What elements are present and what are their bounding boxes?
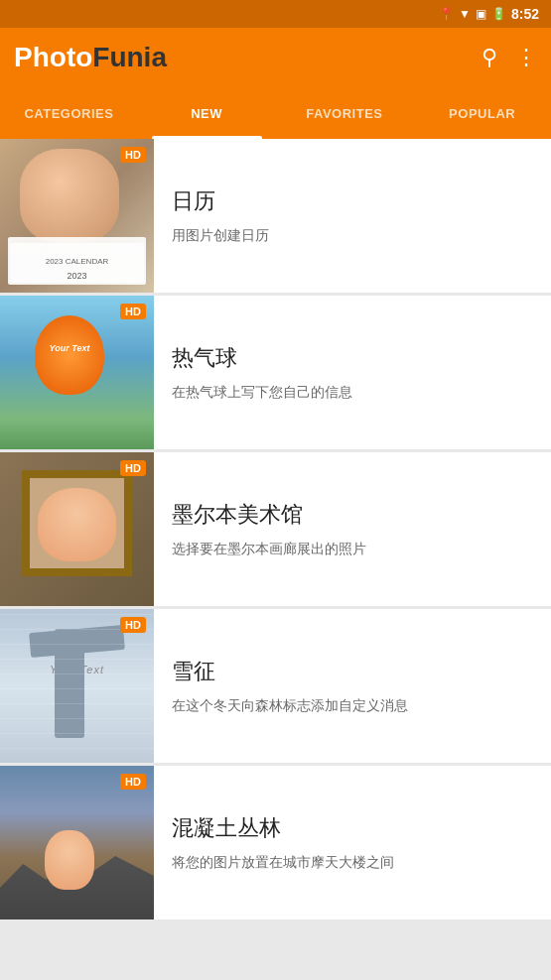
app-logo: PhotoFunia [14, 42, 167, 73]
logo-funia: Funia [92, 42, 167, 72]
content-list: 2023 CALENDAR HD 日历 用图片创建日历 HD 热气球 在热气球上… [0, 139, 551, 980]
tab-popular[interactable]: POPULAR [413, 87, 551, 139]
item-title: 热气球 [172, 343, 533, 373]
signal-icon: ▣ [476, 7, 486, 21]
item-info: 日历 用图片创建日历 [154, 139, 551, 293]
tab-categories[interactable]: CATEGORIES [0, 87, 138, 139]
item-info: 墨尔本美术馆 选择要在墨尔本画廊展出的照片 [154, 452, 551, 606]
hd-badge: HD [120, 147, 146, 163]
item-title: 日历 [172, 186, 533, 216]
list-item[interactable]: HD 混凝土丛林 将您的图片放置在城市摩天大楼之间 [0, 766, 551, 919]
item-thumbnail-balloon: HD [0, 296, 154, 449]
item-info: 混凝土丛林 将您的图片放置在城市摩天大楼之间 [154, 766, 551, 919]
list-item[interactable]: HD 热气球 在热气球上写下您自己的信息 [0, 296, 551, 449]
status-bar: 📍 ▼ ▣ 🔋 8:52 [0, 0, 551, 28]
list-item[interactable]: 2023 CALENDAR HD 日历 用图片创建日历 [0, 139, 551, 293]
city-face [45, 830, 94, 890]
tab-new[interactable]: NEW [138, 87, 276, 139]
item-description: 在这个冬天向森林标志添加自定义消息 [172, 696, 533, 716]
tab-favorites[interactable]: FAVORITES [276, 87, 414, 139]
item-thumbnail-gallery: HD [0, 452, 154, 606]
hd-badge: HD [120, 774, 146, 790]
hd-badge: HD [120, 304, 146, 319]
app-header: PhotoFunia ⚲ ⋮ [0, 28, 551, 87]
item-title: 雪征 [172, 657, 533, 686]
more-options-icon[interactable]: ⋮ [515, 45, 537, 70]
item-description: 选择要在墨尔本画廊展出的照片 [172, 540, 533, 559]
hd-badge: HD [120, 617, 146, 633]
item-thumbnail-snow: HD [0, 609, 154, 763]
list-item[interactable]: HD 雪征 在这个冬天向森林标志添加自定义消息 [0, 609, 551, 763]
wifi-icon: ▼ [459, 7, 471, 21]
item-thumbnail-calendar: 2023 CALENDAR HD [0, 139, 154, 293]
item-description: 用图片创建日历 [172, 226, 533, 246]
item-info: 雪征 在这个冬天向森林标志添加自定义消息 [154, 609, 551, 763]
item-info: 热气球 在热气球上写下您自己的信息 [154, 296, 551, 449]
list-item[interactable]: HD 墨尔本美术馆 选择要在墨尔本画廊展出的照片 [0, 452, 551, 606]
item-thumbnail-city: HD [0, 766, 154, 919]
status-time: 8:52 [511, 6, 539, 22]
gallery-face [38, 488, 116, 561]
tab-bar: CATEGORIES NEW FAVORITES POPULAR [0, 87, 551, 139]
header-actions: ⚲ ⋮ [482, 45, 537, 70]
hd-badge: HD [120, 460, 146, 476]
item-description: 在热气球上写下您自己的信息 [172, 383, 533, 403]
item-description: 将您的图片放置在城市摩天大楼之间 [172, 853, 533, 873]
status-icons: 📍 ▼ ▣ 🔋 8:52 [439, 6, 539, 22]
battery-icon: 🔋 [491, 7, 506, 21]
item-title: 混凝土丛林 [172, 813, 533, 843]
location-icon: 📍 [439, 7, 454, 21]
search-icon[interactable]: ⚲ [482, 45, 497, 70]
item-title: 墨尔本美术馆 [172, 500, 533, 530]
logo-photo: Photo [14, 42, 92, 72]
